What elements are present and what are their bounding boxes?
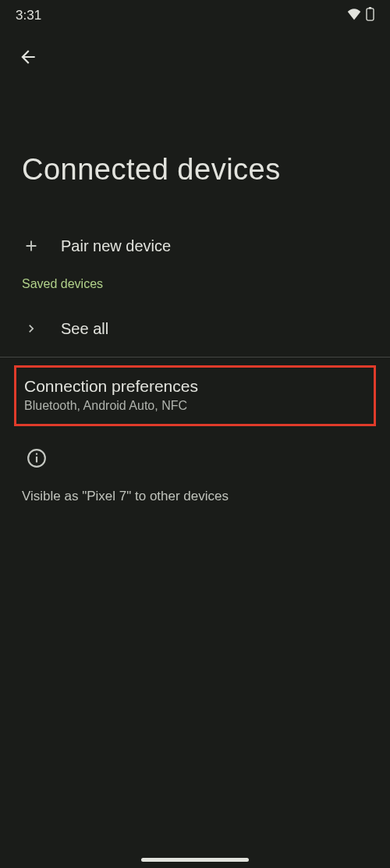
back-arrow-icon bbox=[18, 47, 38, 69]
see-all-label: See all bbox=[61, 320, 108, 338]
visibility-text: Visible as "Pixel 7" to other devices bbox=[22, 489, 368, 504]
navigation-handle[interactable] bbox=[141, 858, 249, 862]
battery-icon bbox=[366, 7, 374, 24]
connection-preferences-title: Connection preferences bbox=[24, 377, 366, 396]
svg-rect-1 bbox=[369, 7, 372, 9]
info-section: Visible as "Pixel 7" to other devices bbox=[0, 426, 390, 514]
saved-devices-header: Saved devices bbox=[0, 271, 390, 304]
connection-preferences-row[interactable]: Connection preferences Bluetooth, Androi… bbox=[14, 365, 376, 426]
svg-rect-0 bbox=[367, 9, 374, 20]
plus-icon bbox=[22, 237, 41, 254]
back-button[interactable] bbox=[11, 41, 45, 75]
info-icon bbox=[22, 448, 368, 471]
pair-new-device-row[interactable]: Pair new device bbox=[0, 221, 390, 271]
divider bbox=[0, 357, 390, 358]
svg-rect-3 bbox=[36, 457, 37, 463]
page-title: Connected devices bbox=[0, 78, 390, 221]
connection-preferences-subtitle: Bluetooth, Android Auto, NFC bbox=[24, 399, 366, 413]
chevron-right-icon bbox=[22, 321, 41, 336]
see-all-row[interactable]: See all bbox=[0, 304, 390, 354]
status-time: 3:31 bbox=[16, 8, 41, 23]
wifi-icon bbox=[347, 8, 361, 23]
svg-rect-4 bbox=[36, 454, 37, 455]
app-bar bbox=[0, 31, 390, 78]
status-bar: 3:31 bbox=[0, 0, 390, 31]
status-icons bbox=[347, 7, 374, 24]
pair-new-device-label: Pair new device bbox=[61, 237, 171, 255]
